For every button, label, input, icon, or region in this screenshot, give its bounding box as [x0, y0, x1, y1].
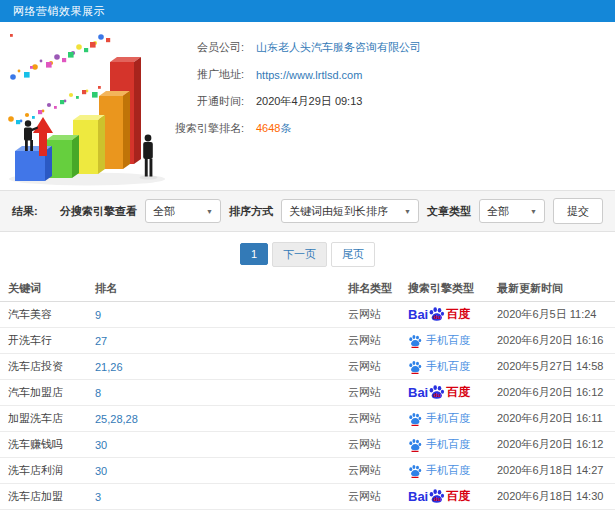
keyword-cell: 加盟洗车店: [0, 411, 87, 426]
sort-filter-label: 排序方式: [229, 204, 273, 219]
rank-cell: 3: [87, 491, 340, 503]
header-engine-type: 搜索引擎类型: [400, 281, 489, 296]
baidu-paw-icon: [408, 412, 422, 426]
search-engine-cell: Baidu百度: [400, 384, 489, 401]
svg-text:du: du: [433, 391, 441, 398]
baidu-paw-icon: [408, 360, 422, 374]
engine-filter-label: 分搜索引擎查看: [60, 204, 137, 219]
baidu-paw-icon: [408, 438, 422, 452]
mobile-baidu-label: 手机百度: [426, 463, 470, 478]
member-company-link[interactable]: 山东老人头汽车服务咨询有限公司: [256, 40, 421, 55]
rank-link[interactable]: 8: [95, 387, 101, 399]
updated-time-cell: 2020年6月18日 14:27: [489, 463, 615, 478]
header-rank-type: 排名类型: [340, 281, 400, 296]
promo-url-label: 推广地址:: [156, 67, 244, 82]
table-row: 汽车加盟店 8 云网站 Baidu百度 2020年6月20日 16:12: [0, 380, 615, 406]
keyword-cell: 汽车美容: [0, 307, 87, 322]
keyword-cell: 开洗车行: [0, 333, 87, 348]
search-engine-cell: Baidu百度: [400, 306, 489, 323]
search-engine-cell: 手机百度: [400, 333, 489, 348]
rank-cell: 9: [87, 309, 340, 321]
last-page-button[interactable]: 尾页: [331, 242, 375, 267]
member-company-row: 会员公司: 山东老人头汽车服务咨询有限公司: [156, 34, 421, 61]
summary-section: 会员公司: 山东老人头汽车服务咨询有限公司 推广地址: https://www.…: [0, 22, 615, 190]
filter-bar: 结果: 分搜索引擎查看 全部 ▼ 排序方式 关键词由短到长排序 ▼ 文章类型 全…: [0, 190, 615, 232]
baidu-paw-icon: du: [428, 488, 445, 505]
svg-text:du: du: [433, 313, 441, 320]
page-header: 网络营销效果展示: [0, 0, 615, 22]
submit-button[interactable]: 提交: [553, 198, 603, 224]
keyword-cell: 洗车店利润: [0, 463, 87, 478]
updated-time-cell: 2020年6月20日 16:12: [489, 437, 615, 452]
rank-link[interactable]: 9: [95, 309, 101, 321]
table-body: 汽车美容 9 云网站 Baidu百度 2020年6月5日 11:24 开洗车行 …: [0, 302, 615, 510]
table-row: 洗车赚钱吗 30 云网站 手机百度 2020年6月20日 16:12: [0, 432, 615, 458]
filter-controls: 分搜索引擎查看 全部 ▼ 排序方式 关键词由短到长排序 ▼ 文章类型 全部 ▼ …: [60, 198, 603, 224]
result-label: 结果:: [12, 204, 38, 219]
table-row: 洗车店加盟 3 云网站 Baidu百度 2020年6月18日 14:30: [0, 484, 615, 510]
rank-link[interactable]: 3: [95, 491, 101, 503]
rankings-table: 关键词 排名 排名类型 搜索引擎类型 最新更新时间 汽车美容 9 云网站 Bai…: [0, 276, 615, 510]
search-engine-cell: 手机百度: [400, 437, 489, 452]
page-1-button[interactable]: 1: [240, 243, 268, 265]
table-row: 开洗车行 27 云网站 手机百度 2020年6月20日 16:16: [0, 328, 615, 354]
confetti-dots: [8, 34, 110, 124]
updated-time-cell: 2020年6月20日 16:11: [489, 411, 615, 426]
keyword-cell: 汽车加盟店: [0, 385, 87, 400]
rank-link[interactable]: 30: [95, 439, 107, 451]
rank-cell: 21,26: [87, 361, 340, 373]
ranking-count-unit-link[interactable]: 条: [280, 122, 291, 134]
engine-select[interactable]: 全部 ▼: [145, 199, 221, 223]
rank-cell: 30: [87, 465, 340, 477]
promo-url-link[interactable]: https://www.lrtlsd.com: [256, 69, 362, 81]
growth-chart-illustration: [2, 28, 177, 188]
rank-link[interactable]: 30: [95, 465, 107, 477]
sort-select[interactable]: 关键词由短到长排序 ▼: [281, 199, 419, 223]
rank-cell: 30: [87, 439, 340, 451]
rank-type-cell: 云网站: [340, 307, 400, 322]
header-keyword: 关键词: [0, 281, 87, 296]
search-engine-cell: 手机百度: [400, 359, 489, 374]
keyword-cell: 洗车店投资: [0, 359, 87, 374]
ranking-count-label: 搜索引擎排名:: [156, 121, 244, 136]
rank-type-cell: 云网站: [340, 489, 400, 504]
rank-link[interactable]: 27: [95, 335, 107, 347]
keyword-cell: 洗车赚钱吗: [0, 437, 87, 452]
mobile-baidu-label: 手机百度: [426, 333, 470, 348]
article-type-select-value: 全部: [487, 204, 509, 219]
rank-type-cell: 云网站: [340, 437, 400, 452]
rank-link[interactable]: 21,26: [95, 361, 123, 373]
open-time-label: 开通时间:: [156, 94, 244, 109]
search-engine-cell: 手机百度: [400, 411, 489, 426]
next-page-button[interactable]: 下一页: [272, 242, 327, 267]
chevron-down-icon: ▼: [404, 208, 411, 215]
svg-text:du: du: [433, 495, 441, 502]
businessman-right: [140, 135, 158, 180]
baidu-paw-icon: du: [428, 306, 445, 323]
search-engine-cell: 手机百度: [400, 463, 489, 478]
baidu-paw-icon: [408, 334, 422, 348]
table-header-row: 关键词 排名 排名类型 搜索引擎类型 最新更新时间: [0, 276, 615, 302]
promo-url-row: 推广地址: https://www.lrtlsd.com: [156, 61, 421, 88]
table-row: 洗车店利润 30 云网站 手机百度 2020年6月18日 14:27: [0, 458, 615, 484]
table-row: 加盟洗车店 25,28,28 云网站 手机百度 2020年6月20日 16:11: [0, 406, 615, 432]
open-time-row: 开通时间: 2020年4月29日 09:13: [156, 88, 421, 115]
updated-time-cell: 2020年6月20日 16:12: [489, 385, 615, 400]
ranking-count-value: 4648条: [256, 121, 291, 136]
open-time-value: 2020年4月29日 09:13: [256, 94, 362, 109]
member-company-label: 会员公司:: [156, 40, 244, 55]
rank-cell: 25,28,28: [87, 413, 340, 425]
sort-select-value: 关键词由短到长排序: [289, 204, 388, 219]
article-type-select[interactable]: 全部 ▼: [479, 199, 545, 223]
rank-link[interactable]: 25,28,28: [95, 413, 138, 425]
app-window: 网络营销效果展示: [0, 0, 615, 510]
baidu-logo-cn-text: 百度: [446, 384, 470, 401]
table-row: 洗车店投资 21,26 云网站 手机百度 2020年5月27日 14:58: [0, 354, 615, 380]
mobile-baidu-label: 手机百度: [426, 437, 470, 452]
engine-select-value: 全部: [153, 204, 175, 219]
mobile-baidu-label: 手机百度: [426, 411, 470, 426]
rank-cell: 27: [87, 335, 340, 347]
baidu-logo-cn-text: 百度: [446, 306, 470, 323]
page-title: 网络营销效果展示: [13, 5, 105, 17]
rank-cell: 8: [87, 387, 340, 399]
